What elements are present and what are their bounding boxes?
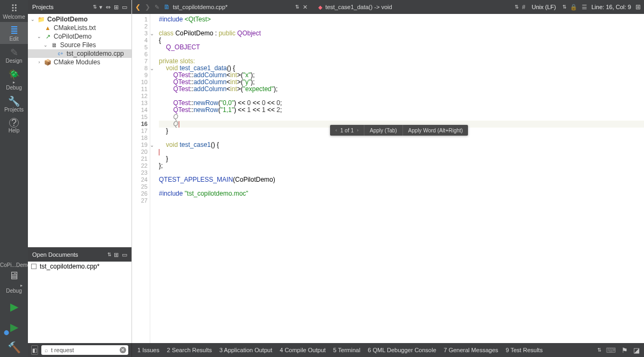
symbol-selector[interactable]: ◆ test_case1_data() -> void [318,4,392,10]
encoding-list-icon[interactable]: ⇅ [562,4,566,10]
apply-suggestion-button[interactable]: Apply (Tab) [364,125,402,136]
outline-icon[interactable]: ☰ [582,4,587,11]
line-number[interactable]: 23 [132,169,148,176]
line-number[interactable]: 5 [132,44,148,51]
line-number[interactable]: 11 [132,86,148,93]
line-number[interactable]: 4 [132,37,148,44]
line-number[interactable]: 1 [132,16,148,23]
line-number[interactable]: 6 [132,51,148,58]
tree-target[interactable]: ⌄↗CoPilotDemo [28,32,131,41]
kit-selector[interactable]: CoPi...Demo 🖥 ▸ Debug [0,260,28,296]
flag-icon[interactable]: ⚑ [621,346,628,354]
line-number[interactable]: 19 [132,142,148,148]
rail-label: Edit [0,36,28,42]
line-number[interactable]: 24 [132,176,148,183]
run-button[interactable]: ▶ [0,296,28,316]
collapse-icon[interactable]: ▭ [122,4,127,11]
rail-projects[interactable]: 🔧Projects [0,93,28,115]
split-icon[interactable]: ⊞ [114,4,119,11]
line-number[interactable]: 21 [132,155,148,162]
line-number[interactable]: 3 [132,30,148,37]
rail-help[interactable]: ?Help [0,115,28,136]
sort-icon[interactable]: ⇅ [107,252,111,257]
line-number[interactable]: 20 [132,148,148,155]
output-pane-tab[interactable]: 7 General Messages [444,347,499,353]
prev-suggestion-icon[interactable]: ‹ [335,128,337,133]
line-number[interactable]: 16 [132,121,148,128]
bottom-bar: ◧ ⌕ ✕ 1 Issues2 Search Results3 Applicat… [28,343,644,357]
close-file-button[interactable]: ✕ [303,4,308,11]
next-suggestion-icon[interactable]: › [357,128,358,133]
output-pane-tab[interactable]: 5 Terminal [333,347,361,353]
filter-icon[interactable]: ▾ [99,4,103,11]
bottom-right-controls: ⇅ ⌨ ⚑ ◪ [593,343,644,357]
line-number[interactable]: 7 [132,58,148,65]
toggle-right-panel-icon[interactable]: ◪ [633,346,640,354]
grid-icon: ⠿ [0,3,28,14]
rail-label: Projects [0,107,28,113]
tree-cmake-modules[interactable]: ›📦CMake Modules [28,58,131,66]
tree-project-root[interactable]: ⌄📁CoPilotDemo [28,15,131,24]
nav-forward-button[interactable]: ❯ [145,3,150,11]
toggle-sidebar-button[interactable]: ◧ [31,345,38,355]
locator-input[interactable] [41,345,128,355]
write-mode-icon[interactable]: ✎ [155,4,159,11]
line-number[interactable]: 26 [132,190,148,197]
clear-locator-icon[interactable]: ✕ [120,347,126,353]
output-pane-tab[interactable]: 4 Compile Output [280,347,326,353]
output-pane-tab[interactable]: 2 Search Results [167,347,212,353]
pane-selector-icon[interactable]: ⇅ [597,347,601,353]
tree-source-files[interactable]: ⌄🗎Source Files [28,41,131,49]
symbol-list-icon[interactable]: ⇅ [515,4,518,10]
gutter[interactable]: 1234567891011121314151617181920212223242… [132,14,150,357]
line-number[interactable]: 12 [132,93,148,100]
nav-back-button[interactable]: ❮ [135,3,141,11]
output-pane-tab[interactable]: 3 Application Output [219,347,272,353]
line-col-indicator[interactable]: Line: 16, Col: 9 [591,4,631,10]
editor-body[interactable]: 1234567891011121314151617181920212223242… [132,14,644,357]
editor-toolbar: ❮ ❯ ✎ 🗎 tst_copilotdemo.cpp* ⇅ ✕ ◆ test_… [132,0,644,14]
output-pane-tab[interactable]: 6 QML Debugger Console [368,347,436,353]
line-number[interactable]: 18 [132,135,148,142]
line-number[interactable]: 25 [132,183,148,190]
line-number[interactable]: 2 [132,23,148,30]
lock-icon[interactable]: 🔒 [570,4,577,11]
help-icon: ? [9,118,19,128]
split-editor-icon[interactable]: ⊞ [635,3,641,11]
line-number[interactable]: 10 [132,79,148,86]
line-number[interactable]: 14 [132,107,148,114]
output-pane-tab[interactable]: 9 Test Results [506,347,543,353]
chevron-down-icon: ⌄ [43,42,48,48]
link-icon[interactable]: ⇔ [106,4,111,11]
sort-icon[interactable]: ⇅ [93,4,96,10]
line-number[interactable]: 17 [132,128,148,135]
line-number[interactable]: 9 [132,72,148,79]
code-area[interactable]: #include <QtTest> class CoPilotDemo : pu… [150,14,644,357]
build-config: Debug [0,288,28,294]
tree-label: Source Files [60,41,96,49]
line-number[interactable]: 8 [132,65,148,72]
line-ending[interactable]: Unix (LF) [530,4,558,10]
tree-file-tstcpp[interactable]: c+tst_copilotdemo.cpp [28,49,131,58]
line-number[interactable]: 27 [132,197,148,204]
apply-word-button[interactable]: Apply Word (Alt+Right) [403,125,469,136]
line-number[interactable]: 22 [132,162,148,169]
tree-cmakelists[interactable]: ▲CMakeLists.txt [28,24,131,32]
cpp-icon: c+ [57,51,64,56]
split-icon[interactable]: ⊞ [114,251,119,258]
keyboard-icon[interactable]: ⌨ [606,346,616,354]
output-pane-tab[interactable]: 1 Issues [137,347,159,353]
rail-edit[interactable]: ≣Edit [0,22,28,44]
rail-design[interactable]: ✎Design [0,44,28,66]
file-list-icon[interactable]: ⇅ [295,4,298,10]
rail-welcome[interactable]: ⠿Welcome [0,0,28,22]
line-number[interactable]: 13 [132,100,148,107]
rail-debug[interactable]: 🪲 ▸Debug [0,66,28,93]
file-selector[interactable]: 🗎 tst_copilotdemo.cpp* [164,3,228,11]
run-debug-button[interactable]: ▶⬤ [0,316,28,337]
open-doc-item[interactable]: tst_copilotdemo.cpp* [28,262,131,271]
line-number[interactable]: 15 [132,114,148,121]
hash-button[interactable]: # [522,4,525,10]
rail-label: Help [0,128,28,133]
collapse-icon[interactable]: ▭ [122,251,127,258]
